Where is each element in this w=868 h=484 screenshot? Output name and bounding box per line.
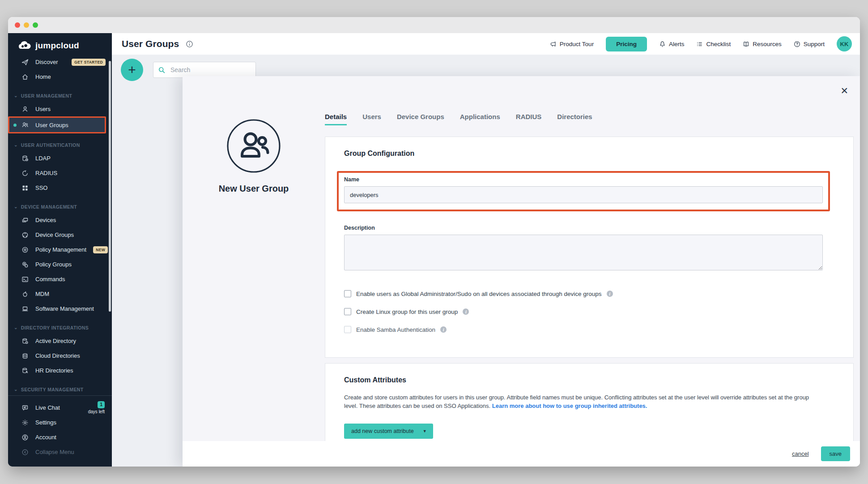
top-header: User Groups Product Tour Pricing Alerts	[112, 33, 860, 55]
tab-applications[interactable]: Applications	[460, 113, 500, 120]
sidebar-item-radius[interactable]: RADIUS	[8, 166, 112, 180]
checklist-button[interactable]: Checklist	[696, 41, 731, 47]
tab-details[interactable]: Details	[325, 113, 347, 120]
search-box[interactable]	[153, 62, 256, 78]
tab-device-groups[interactable]: Device Groups	[397, 113, 444, 120]
sidebar-scrollbar-thumb[interactable]	[109, 61, 111, 312]
cancel-button[interactable]: cancel	[792, 450, 809, 457]
info-icon[interactable]: i	[440, 326, 447, 333]
save-button[interactable]: save	[821, 446, 850, 461]
user-groups-icon	[21, 121, 29, 128]
section-user-management[interactable]: ⌄ USER MANAGEMENT	[8, 90, 112, 102]
pricing-button[interactable]: Pricing	[606, 37, 647, 51]
radius-icon	[21, 170, 29, 177]
sidebar-item-policy-groups[interactable]: Policy Groups	[8, 257, 112, 272]
sidebar-item-users[interactable]: Users	[8, 102, 112, 116]
sidebar-item-discover[interactable]: Discover GET STARTED	[8, 55, 112, 69]
inherited-attributes-link[interactable]: Learn more about how to use group inheri…	[492, 403, 647, 409]
sidebar-item-device-groups[interactable]: Device Groups	[8, 227, 112, 242]
sidebar-footer: Live Chat 1 days left Settings Account	[8, 395, 112, 467]
info-icon[interactable]: i	[607, 291, 613, 297]
sso-icon	[21, 184, 29, 192]
page-title: User Groups	[122, 39, 179, 49]
name-field-highlight: Name	[337, 171, 830, 211]
chevron-down-icon: ⌄	[14, 94, 18, 98]
sidebar-item-collapse-menu[interactable]: Collapse Menu	[8, 445, 112, 459]
sidebar-item-hr-directories[interactable]: HR Directories	[8, 363, 112, 378]
group-configuration-heading: Group Configuration	[344, 150, 838, 158]
discover-icon	[21, 59, 29, 66]
checklist-icon	[696, 41, 703, 47]
sidebar-item-mdm[interactable]: MDM	[8, 287, 112, 301]
gear-icon	[21, 419, 29, 426]
cloud-directories-icon	[21, 352, 29, 360]
support-button[interactable]: Support	[794, 41, 825, 47]
live-chat-icon	[21, 404, 29, 411]
main-area: User Groups Product Tour Pricing Alerts	[112, 33, 860, 467]
section-security-management[interactable]: ⌄ SECURITY MANAGEMENT	[8, 384, 112, 395]
panel-body: Group Configuration Name Description	[325, 137, 854, 454]
book-icon	[743, 41, 749, 47]
section-directory-integrations[interactable]: ⌄ DIRECTORY INTEGRATIONS	[8, 322, 112, 334]
group-description-textarea[interactable]	[344, 235, 823, 270]
active-directory-icon	[21, 338, 29, 345]
sidebar-item-devices[interactable]: Devices	[8, 213, 112, 227]
sidebar-item-active-directory[interactable]: Active Directory	[8, 334, 112, 348]
sidebar: jumpcloud Discover GET STARTED Home ⌄ US…	[8, 33, 112, 467]
section-device-management[interactable]: ⌄ DEVICE MANAGEMENT	[8, 201, 112, 213]
chevron-down-icon: ▼	[418, 429, 433, 433]
global-admin-checkbox-row: Enable users as Global Administrator/Sud…	[344, 290, 838, 297]
chevron-down-icon: ⌄	[14, 205, 18, 209]
user-group-avatar-icon	[225, 117, 282, 175]
samba-auth-checkbox[interactable]	[344, 326, 351, 333]
sidebar-item-sso[interactable]: SSO	[8, 180, 112, 195]
sidebar-item-cloud-directories[interactable]: Cloud Directories	[8, 348, 112, 363]
ldap-icon	[21, 155, 29, 162]
tab-radius[interactable]: RADIUS	[516, 113, 542, 120]
hr-directories-icon	[21, 367, 29, 374]
sidebar-item-live-chat[interactable]: Live Chat 1 days left	[8, 400, 112, 415]
product-tour-button[interactable]: Product Tour	[550, 41, 594, 47]
description-label: Description	[344, 225, 823, 231]
resources-button[interactable]: Resources	[743, 41, 782, 47]
sidebar-item-account[interactable]: Account	[8, 430, 112, 445]
global-admin-checkbox[interactable]	[344, 290, 351, 297]
close-icon[interactable]: ✕	[840, 86, 848, 95]
megaphone-icon	[550, 41, 557, 47]
add-custom-attribute-button[interactable]: add new custom attribute ▼	[344, 424, 433, 439]
sidebar-item-settings[interactable]: Settings	[8, 415, 112, 430]
sidebar-item-policy-management[interactable]: Policy Management NEW	[8, 242, 112, 257]
entity-summary: New User Group	[183, 76, 325, 194]
sidebar-item-commands[interactable]: Commands	[8, 272, 112, 287]
tab-directories[interactable]: Directories	[557, 113, 592, 120]
info-icon[interactable]	[186, 40, 193, 48]
tab-users[interactable]: Users	[362, 113, 381, 120]
linux-group-checkbox[interactable]	[344, 308, 351, 315]
chevron-down-icon: ⌄	[14, 387, 18, 392]
sidebar-item-home[interactable]: Home	[8, 69, 112, 84]
section-user-authentication[interactable]: ⌄ USER AUTHENTICATION	[8, 139, 112, 151]
minimize-window-button[interactable]	[24, 22, 29, 28]
sidebar-item-software-management[interactable]: Software Management	[8, 301, 112, 316]
sidebar-item-user-groups[interactable]: User Groups	[8, 116, 106, 133]
panel-tabs: Details Users Device Groups Applications…	[325, 113, 592, 120]
group-name-input[interactable]	[344, 186, 823, 203]
device-groups-icon	[21, 231, 29, 239]
close-window-button[interactable]	[15, 22, 20, 28]
sidebar-item-ldap[interactable]: LDAP	[8, 151, 112, 166]
add-user-group-button[interactable]: +	[121, 59, 143, 81]
entity-title: New User Group	[183, 184, 325, 194]
alerts-button[interactable]: Alerts	[659, 41, 685, 47]
zoom-window-button[interactable]	[33, 22, 38, 28]
question-circle-icon	[794, 41, 800, 47]
list-page-content: + ✕ New User Group Details	[112, 55, 860, 467]
panel-footer: cancel save	[183, 441, 860, 467]
jumpcloud-logo[interactable]: jumpcloud	[8, 33, 112, 55]
user-avatar[interactable]: KK	[837, 36, 852, 51]
chevron-down-icon: ⌄	[14, 326, 18, 330]
policy-groups-icon	[21, 261, 29, 268]
search-input[interactable]	[170, 66, 243, 74]
samba-auth-checkbox-row: Enable Samba Authentication i	[344, 326, 838, 333]
info-icon[interactable]: i	[463, 308, 469, 315]
policy-management-icon	[21, 246, 29, 253]
